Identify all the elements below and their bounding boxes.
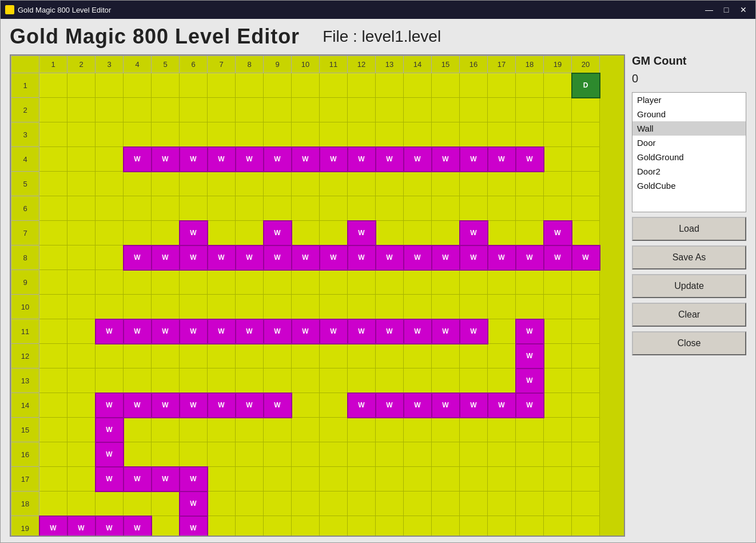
- cell-15-14[interactable]: [404, 418, 432, 442]
- cell-11-15[interactable]: W: [432, 319, 460, 344]
- cell-18-6[interactable]: W: [180, 492, 208, 516]
- cell-5-13[interactable]: [376, 172, 404, 196]
- cell-9-11[interactable]: [320, 270, 348, 295]
- cell-7-12[interactable]: W: [348, 221, 376, 245]
- cell-10-9[interactable]: [264, 295, 292, 319]
- cell-10-15[interactable]: [432, 295, 460, 319]
- cell-14-7[interactable]: W: [208, 393, 236, 418]
- cell-9-2[interactable]: [67, 270, 96, 295]
- tile-list-item-goldcube[interactable]: GoldCube: [632, 179, 746, 193]
- cell-1-6[interactable]: [180, 73, 208, 98]
- tile-list-item-goldground[interactable]: GoldGround: [632, 150, 746, 164]
- cell-10-7[interactable]: [208, 295, 236, 319]
- cell-18-1[interactable]: [39, 492, 67, 516]
- cell-16-12[interactable]: [348, 442, 376, 467]
- cell-10-3[interactable]: [96, 295, 124, 319]
- cell-14-18[interactable]: W: [516, 393, 544, 418]
- cell-18-18[interactable]: [516, 492, 544, 516]
- cell-4-11[interactable]: W: [320, 147, 348, 172]
- cell-2-4[interactable]: [124, 98, 152, 122]
- cell-9-14[interactable]: [404, 270, 432, 295]
- cell-7-7[interactable]: [208, 221, 236, 245]
- cell-12-6[interactable]: [180, 344, 208, 368]
- cell-3-19[interactable]: [544, 122, 572, 147]
- tile-list-item-door2[interactable]: Door2: [632, 164, 746, 179]
- cell-13-9[interactable]: [264, 368, 292, 393]
- cell-14-4[interactable]: W: [124, 393, 152, 418]
- cell-4-20[interactable]: [572, 147, 600, 172]
- cell-6-19[interactable]: [544, 196, 572, 221]
- cell-9-17[interactable]: [488, 270, 516, 295]
- cell-3-20[interactable]: [572, 122, 600, 147]
- cell-19-5[interactable]: [152, 516, 180, 537]
- cell-6-13[interactable]: [376, 196, 404, 221]
- cell-6-17[interactable]: [488, 196, 516, 221]
- cell-13-8[interactable]: [236, 368, 264, 393]
- cell-15-6[interactable]: [180, 418, 208, 442]
- cell-2-17[interactable]: [488, 98, 516, 122]
- cell-17-14[interactable]: [404, 467, 432, 492]
- cell-14-9[interactable]: W: [264, 393, 292, 418]
- cell-15-8[interactable]: [236, 418, 264, 442]
- cell-3-8[interactable]: [236, 122, 264, 147]
- cell-14-14[interactable]: W: [404, 393, 432, 418]
- cell-10-12[interactable]: [348, 295, 376, 319]
- cell-1-19[interactable]: [544, 73, 572, 98]
- cell-19-13[interactable]: [376, 516, 404, 537]
- cell-5-2[interactable]: [67, 172, 96, 196]
- cell-1-4[interactable]: [124, 73, 152, 98]
- close-button[interactable]: Close: [632, 331, 746, 355]
- cell-15-20[interactable]: [572, 418, 600, 442]
- cell-1-8[interactable]: [236, 73, 264, 98]
- cell-19-16[interactable]: [460, 516, 488, 537]
- cell-15-2[interactable]: [67, 418, 96, 442]
- cell-11-1[interactable]: [39, 319, 67, 344]
- cell-12-14[interactable]: [404, 344, 432, 368]
- cell-19-11[interactable]: [320, 516, 348, 537]
- cell-18-10[interactable]: [292, 492, 320, 516]
- cell-17-4[interactable]: W: [124, 467, 152, 492]
- cell-17-8[interactable]: [236, 467, 264, 492]
- cell-12-20[interactable]: [572, 344, 600, 368]
- cell-6-15[interactable]: [432, 196, 460, 221]
- cell-7-4[interactable]: [124, 221, 152, 245]
- cell-9-16[interactable]: [460, 270, 488, 295]
- cell-18-9[interactable]: [264, 492, 292, 516]
- cell-4-5[interactable]: W: [152, 147, 180, 172]
- tile-type-list[interactable]: PlayerGroundWallDoorGoldGroundDoor2GoldC…: [632, 92, 746, 212]
- cell-6-5[interactable]: [152, 196, 180, 221]
- cell-19-17[interactable]: [488, 516, 516, 537]
- cell-12-1[interactable]: [39, 344, 67, 368]
- cell-16-15[interactable]: [432, 442, 460, 467]
- cell-17-12[interactable]: [348, 467, 376, 492]
- cell-10-6[interactable]: [180, 295, 208, 319]
- cell-8-12[interactable]: W: [348, 245, 376, 270]
- cell-8-8[interactable]: W: [236, 245, 264, 270]
- cell-18-2[interactable]: [67, 492, 96, 516]
- cell-8-10[interactable]: W: [292, 245, 320, 270]
- cell-11-4[interactable]: W: [124, 319, 152, 344]
- cell-2-10[interactable]: [292, 98, 320, 122]
- cell-5-4[interactable]: [124, 172, 152, 196]
- cell-2-8[interactable]: [236, 98, 264, 122]
- cell-15-11[interactable]: [320, 418, 348, 442]
- cell-19-14[interactable]: [404, 516, 432, 537]
- cell-11-17[interactable]: [488, 319, 516, 344]
- cell-13-18[interactable]: W: [516, 368, 544, 393]
- cell-16-14[interactable]: [404, 442, 432, 467]
- cell-5-1[interactable]: [39, 172, 67, 196]
- cell-1-3[interactable]: [96, 73, 124, 98]
- cell-3-10[interactable]: [292, 122, 320, 147]
- cell-7-11[interactable]: [320, 221, 348, 245]
- cell-16-1[interactable]: [39, 442, 67, 467]
- cell-8-2[interactable]: [67, 245, 96, 270]
- cell-1-14[interactable]: [404, 73, 432, 98]
- cell-13-5[interactable]: [152, 368, 180, 393]
- cell-17-11[interactable]: [320, 467, 348, 492]
- cell-17-6[interactable]: W: [180, 467, 208, 492]
- cell-19-6[interactable]: W: [180, 516, 208, 537]
- cell-7-10[interactable]: [292, 221, 320, 245]
- cell-16-11[interactable]: [320, 442, 348, 467]
- cell-1-16[interactable]: [460, 73, 488, 98]
- cell-10-1[interactable]: [39, 295, 67, 319]
